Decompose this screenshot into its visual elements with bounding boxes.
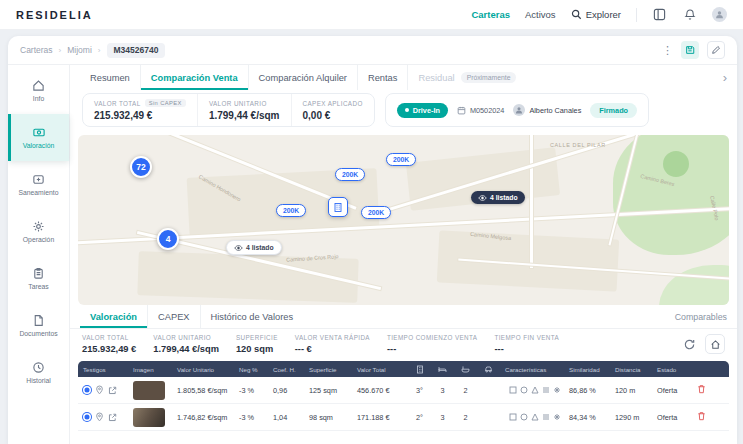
sidebar-item-valoracion[interactable]: Valoración xyxy=(8,114,69,161)
ac-icon xyxy=(553,413,561,421)
trash-icon[interactable] xyxy=(697,384,706,394)
tab-resumen[interactable]: Resumen xyxy=(80,65,140,90)
col-estado[interactable]: Estado xyxy=(652,366,690,373)
sidebar-item-historial[interactable]: Historial xyxy=(8,349,69,396)
listing-photo[interactable] xyxy=(133,408,165,427)
elevator-icon xyxy=(509,413,517,421)
stat-value: 1.799,44 €/sqm xyxy=(209,110,280,121)
listing-count-pill[interactable]: 4 listado xyxy=(226,240,282,255)
col-floor[interactable] xyxy=(408,365,431,374)
ac-icon xyxy=(553,386,561,394)
listing-count-pill[interactable]: 4 listado xyxy=(471,191,525,204)
cell-banos: 2 xyxy=(454,413,477,422)
table-header: Testigos Imagen Valor Unitario Neg % Coe… xyxy=(78,361,729,377)
col-distancia[interactable]: Distancia xyxy=(610,366,652,373)
edit-button[interactable] xyxy=(707,41,725,59)
sidebar-item-saneamiento[interactable]: Saneamiento xyxy=(8,161,69,208)
asset-ref-chip[interactable]: M0502024 xyxy=(457,106,505,115)
stat-valor-unitario: VALOR UNITARIO 1.799,44 €/sqm xyxy=(197,94,291,126)
tab-comparacion-alquiler[interactable]: Comparación Alquiler xyxy=(248,65,357,90)
sum-venta-rapida: VALOR VENTA RÁPIDA --- € xyxy=(295,334,370,354)
comparables-map[interactable]: CALLE DEL PILAR Camino Beres Calle Polo … xyxy=(78,135,729,305)
breadcrumb-portfolio[interactable]: Mijomi xyxy=(67,45,92,55)
user-avatar[interactable] xyxy=(712,7,727,22)
sidebar-item-info[interactable]: Info xyxy=(8,67,69,114)
subtab-valoracion[interactable]: Valoración xyxy=(80,305,147,328)
select-radio[interactable] xyxy=(83,413,91,421)
sidebar-item-label: Operación xyxy=(23,236,54,243)
price-marker[interactable]: 200K xyxy=(361,206,391,219)
sidebar-item-documentos[interactable]: Documentos xyxy=(8,302,69,349)
asset-type-chip[interactable]: Drive-In xyxy=(397,103,448,118)
tab-residual-label: Residual xyxy=(418,73,454,83)
listing-photo[interactable] xyxy=(133,381,165,400)
sidebar-item-tareas[interactable]: Tareas xyxy=(8,255,69,302)
map-park xyxy=(663,151,689,177)
refresh-icon[interactable] xyxy=(683,338,696,351)
price-marker[interactable]: 200K xyxy=(335,168,365,181)
trash-icon[interactable] xyxy=(697,411,706,421)
col-valor-total[interactable]: Valor Total xyxy=(352,366,408,373)
sidebar-item-operacion[interactable]: Operación xyxy=(8,208,69,255)
col-valor-unitario[interactable]: Valor Unitario xyxy=(172,366,234,373)
map-pin-icon[interactable] xyxy=(95,385,104,395)
owner-chip[interactable]: Alberto Canales xyxy=(513,104,581,116)
col-coef[interactable]: Coef. H. xyxy=(268,366,304,373)
col-bathrooms[interactable] xyxy=(454,365,477,373)
cell-planta: 3° xyxy=(408,386,431,395)
col-parking[interactable] xyxy=(477,365,500,373)
sum-valor-total: VALOR TOTAL 215.932,49 € xyxy=(82,334,136,354)
kebab-menu-icon[interactable]: ⋮ xyxy=(662,45,673,56)
col-testigos[interactable]: Testigos xyxy=(78,366,128,373)
nav-link-activos[interactable]: Activos xyxy=(525,9,556,20)
map-pin-icon[interactable] xyxy=(95,412,104,422)
hash-icon xyxy=(457,106,466,115)
bell-icon[interactable] xyxy=(682,7,697,22)
cell-estado: Oferta xyxy=(652,386,690,395)
cell-neg: -3 % xyxy=(234,386,268,395)
external-link-icon[interactable] xyxy=(108,386,117,395)
pool-icon xyxy=(520,413,528,421)
tab-rentas[interactable]: Rentas xyxy=(357,65,407,90)
subtab-historico[interactable]: Histórico de Valores xyxy=(200,305,304,328)
col-similaridad[interactable]: Similaridad xyxy=(564,366,610,373)
cell-distancia: 120 m xyxy=(610,386,652,395)
map-road xyxy=(530,135,533,268)
sidebar-item-label: Saneamiento xyxy=(18,189,58,196)
col-imagen[interactable]: Imagen xyxy=(128,366,172,373)
breadcrumb-asset-id[interactable]: M34526740 xyxy=(107,43,166,58)
save-button[interactable] xyxy=(681,41,699,59)
selected-asset-marker[interactable] xyxy=(328,197,348,217)
valuation-summary-cards: VALOR TOTAL Sin CAPEX 215.932,49 € VALOR… xyxy=(70,90,737,135)
explorer-search[interactable]: Explorer xyxy=(571,9,621,20)
home-valuation-button[interactable] xyxy=(705,334,725,354)
price-marker[interactable]: 200K xyxy=(386,153,416,166)
explorer-label: Explorer xyxy=(586,9,621,20)
table-row: 1.746,82 €/sqm -3 % 1,04 98 sqm 171.188 … xyxy=(78,404,729,431)
external-link-icon[interactable] xyxy=(108,413,117,422)
panel-icon[interactable] xyxy=(652,7,667,22)
chevron-right-icon[interactable]: › xyxy=(723,70,727,85)
select-radio[interactable] xyxy=(83,386,91,394)
col-caracteristicas[interactable]: Características xyxy=(500,366,564,373)
bath-icon xyxy=(461,365,470,373)
map-cluster-marker[interactable]: 4 xyxy=(157,228,179,250)
tab-comparacion-venta[interactable]: Comparación Venta xyxy=(140,65,248,90)
sum-valor-unitario: VALOR UNITARIO 1.799,44 €/sqm xyxy=(153,334,219,354)
chevron-right-icon: › xyxy=(98,46,101,55)
col-superficie[interactable]: Superficie xyxy=(304,366,352,373)
nav-link-carteras[interactable]: Carteras xyxy=(471,9,510,20)
cell-planta: 2° xyxy=(408,413,431,422)
cell-habitaciones: 3 xyxy=(431,413,454,422)
cell-superficie: 125 sqm xyxy=(304,386,352,395)
col-bedrooms[interactable] xyxy=(431,365,454,373)
stat-value: 0,00 € xyxy=(303,110,363,121)
main-content: Resumen Comparación Venta Comparación Al… xyxy=(70,65,737,444)
sidebar-item-label: Historial xyxy=(26,377,51,384)
nav-divider xyxy=(636,8,637,22)
col-neg[interactable]: Neg % xyxy=(234,366,268,373)
price-marker[interactable]: 200K xyxy=(276,204,306,217)
map-cluster-marker[interactable]: 72 xyxy=(130,156,152,178)
breadcrumb-carteras[interactable]: Carteras xyxy=(20,45,53,55)
subtab-capex[interactable]: CAPEX xyxy=(147,305,200,328)
